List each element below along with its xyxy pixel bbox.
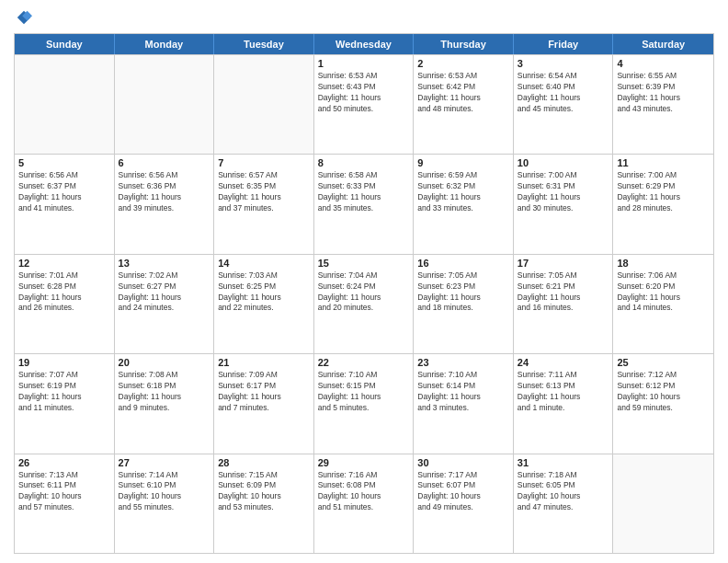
day-number: 4	[617, 58, 710, 69]
cell-text: Sunrise: 6:59 AM Sunset: 6:32 PM Dayligh…	[417, 170, 509, 214]
cal-cell-4-4: 22Sunrise: 7:10 AM Sunset: 6:15 PM Dayli…	[314, 354, 415, 453]
cal-cell-2-2: 6Sunrise: 6:56 AM Sunset: 6:36 PM Daylig…	[115, 155, 215, 253]
cal-cell-4-7: 25Sunrise: 7:12 AM Sunset: 6:12 PM Dayli…	[613, 354, 713, 453]
weekday-header-sunday: Sunday	[15, 34, 115, 54]
day-number: 22	[318, 357, 410, 368]
cal-cell-1-6: 3Sunrise: 6:54 AM Sunset: 6:40 PM Daylig…	[514, 55, 614, 154]
day-number: 23	[417, 357, 509, 368]
cell-text: Sunrise: 7:10 AM Sunset: 6:14 PM Dayligh…	[417, 370, 509, 414]
cell-text: Sunrise: 7:00 AM Sunset: 6:29 PM Dayligh…	[617, 170, 710, 214]
day-number: 24	[518, 357, 609, 368]
day-number: 6	[119, 157, 210, 168]
cell-text: Sunrise: 7:04 AM Sunset: 6:24 PM Dayligh…	[318, 270, 410, 315]
cal-cell-4-6: 24Sunrise: 7:11 AM Sunset: 6:13 PM Dayli…	[514, 354, 614, 453]
cell-text: Sunrise: 7:12 AM Sunset: 6:12 PM Dayligh…	[617, 370, 710, 414]
weekday-header-tuesday: Tuesday	[214, 34, 314, 54]
cal-cell-3-6: 17Sunrise: 7:05 AM Sunset: 6:21 PM Dayli…	[514, 255, 614, 353]
cal-cell-5-1: 26Sunrise: 7:13 AM Sunset: 6:11 PM Dayli…	[15, 454, 115, 553]
cell-text: Sunrise: 7:06 AM Sunset: 6:20 PM Dayligh…	[617, 270, 710, 315]
cell-text: Sunrise: 6:53 AM Sunset: 6:42 PM Dayligh…	[417, 71, 509, 115]
cal-cell-3-5: 16Sunrise: 7:05 AM Sunset: 6:23 PM Dayli…	[414, 255, 514, 353]
day-number: 26	[18, 457, 110, 468]
cal-cell-5-7	[613, 454, 713, 553]
cell-text: Sunrise: 7:09 AM Sunset: 6:17 PM Dayligh…	[218, 370, 310, 414]
cal-cell-2-6: 10Sunrise: 7:00 AM Sunset: 6:31 PM Dayli…	[514, 155, 614, 253]
day-number: 2	[417, 58, 509, 69]
day-number: 12	[18, 258, 110, 269]
cal-cell-5-4: 29Sunrise: 7:16 AM Sunset: 6:08 PM Dayli…	[314, 454, 415, 553]
cal-cell-5-5: 30Sunrise: 7:17 AM Sunset: 6:07 PM Dayli…	[414, 454, 514, 553]
logo-icon	[16, 9, 32, 26]
day-number: 14	[218, 258, 310, 269]
week-row-4: 19Sunrise: 7:07 AM Sunset: 6:19 PM Dayli…	[15, 353, 713, 453]
day-number: 30	[417, 457, 509, 468]
day-number: 28	[218, 457, 310, 468]
week-row-3: 12Sunrise: 7:01 AM Sunset: 6:28 PM Dayli…	[15, 254, 713, 353]
header	[14, 9, 714, 26]
cell-text: Sunrise: 7:05 AM Sunset: 6:21 PM Dayligh…	[518, 270, 609, 315]
cal-cell-3-3: 14Sunrise: 7:03 AM Sunset: 6:25 PM Dayli…	[214, 255, 314, 353]
cell-text: Sunrise: 7:11 AM Sunset: 6:13 PM Dayligh…	[518, 370, 609, 414]
day-number: 15	[318, 258, 410, 269]
cell-text: Sunrise: 7:10 AM Sunset: 6:15 PM Dayligh…	[318, 370, 410, 414]
calendar-body: 1Sunrise: 6:53 AM Sunset: 6:43 PM Daylig…	[15, 54, 713, 553]
weekday-header-friday: Friday	[514, 34, 614, 54]
cell-text: Sunrise: 7:00 AM Sunset: 6:31 PM Dayligh…	[518, 170, 609, 214]
cal-cell-3-1: 12Sunrise: 7:01 AM Sunset: 6:28 PM Dayli…	[15, 255, 115, 353]
cell-text: Sunrise: 6:58 AM Sunset: 6:33 PM Dayligh…	[318, 170, 410, 214]
cal-cell-3-7: 18Sunrise: 7:06 AM Sunset: 6:20 PM Dayli…	[613, 255, 713, 353]
cal-cell-1-1	[15, 55, 115, 154]
cal-cell-1-3	[214, 55, 314, 154]
day-number: 9	[417, 157, 509, 168]
week-row-1: 1Sunrise: 6:53 AM Sunset: 6:43 PM Daylig…	[15, 54, 713, 154]
cal-cell-2-1: 5Sunrise: 6:56 AM Sunset: 6:37 PM Daylig…	[15, 155, 115, 253]
weekday-header-wednesday: Wednesday	[314, 34, 415, 54]
day-number: 1	[318, 58, 410, 69]
day-number: 31	[518, 457, 609, 468]
cal-cell-1-2	[115, 55, 215, 154]
week-row-5: 26Sunrise: 7:13 AM Sunset: 6:11 PM Dayli…	[15, 454, 713, 553]
day-number: 8	[318, 157, 410, 168]
cell-text: Sunrise: 7:08 AM Sunset: 6:18 PM Dayligh…	[119, 370, 210, 414]
cell-text: Sunrise: 7:07 AM Sunset: 6:19 PM Dayligh…	[18, 370, 110, 414]
logo	[14, 9, 32, 26]
day-number: 10	[518, 157, 609, 168]
cell-text: Sunrise: 7:05 AM Sunset: 6:23 PM Dayligh…	[417, 270, 509, 315]
cell-text: Sunrise: 7:02 AM Sunset: 6:27 PM Dayligh…	[119, 270, 210, 315]
cal-cell-3-4: 15Sunrise: 7:04 AM Sunset: 6:24 PM Dayli…	[314, 255, 415, 353]
weekday-header-thursday: Thursday	[414, 34, 514, 54]
weekday-header-saturday: Saturday	[613, 34, 713, 54]
page: SundayMondayTuesdayWednesdayThursdayFrid…	[0, 0, 728, 563]
cal-cell-4-1: 19Sunrise: 7:07 AM Sunset: 6:19 PM Dayli…	[15, 354, 115, 453]
cal-cell-5-6: 31Sunrise: 7:18 AM Sunset: 6:05 PM Dayli…	[514, 454, 614, 553]
day-number: 27	[119, 457, 210, 468]
cell-text: Sunrise: 7:01 AM Sunset: 6:28 PM Dayligh…	[18, 270, 110, 315]
week-row-2: 5Sunrise: 6:56 AM Sunset: 6:37 PM Daylig…	[15, 154, 713, 253]
calendar: SundayMondayTuesdayWednesdayThursdayFrid…	[14, 33, 714, 554]
cal-cell-1-5: 2Sunrise: 6:53 AM Sunset: 6:42 PM Daylig…	[414, 55, 514, 154]
day-number: 11	[617, 157, 710, 168]
day-number: 21	[218, 357, 310, 368]
cal-cell-5-3: 28Sunrise: 7:15 AM Sunset: 6:09 PM Dayli…	[214, 454, 314, 553]
cell-text: Sunrise: 7:17 AM Sunset: 6:07 PM Dayligh…	[417, 470, 509, 514]
cal-cell-4-2: 20Sunrise: 7:08 AM Sunset: 6:18 PM Dayli…	[115, 354, 215, 453]
cal-cell-2-5: 9Sunrise: 6:59 AM Sunset: 6:32 PM Daylig…	[414, 155, 514, 253]
day-number: 19	[18, 357, 110, 368]
day-number: 20	[119, 357, 210, 368]
cell-text: Sunrise: 6:55 AM Sunset: 6:39 PM Dayligh…	[617, 71, 710, 115]
cal-cell-4-5: 23Sunrise: 7:10 AM Sunset: 6:14 PM Dayli…	[414, 354, 514, 453]
day-number: 5	[18, 157, 110, 168]
cell-text: Sunrise: 6:54 AM Sunset: 6:40 PM Dayligh…	[518, 71, 609, 115]
day-number: 7	[218, 157, 310, 168]
calendar-header: SundayMondayTuesdayWednesdayThursdayFrid…	[15, 34, 713, 54]
cal-cell-4-3: 21Sunrise: 7:09 AM Sunset: 6:17 PM Dayli…	[214, 354, 314, 453]
cal-cell-5-2: 27Sunrise: 7:14 AM Sunset: 6:10 PM Dayli…	[115, 454, 215, 553]
cal-cell-1-7: 4Sunrise: 6:55 AM Sunset: 6:39 PM Daylig…	[613, 55, 713, 154]
day-number: 3	[518, 58, 609, 69]
cell-text: Sunrise: 7:18 AM Sunset: 6:05 PM Dayligh…	[518, 470, 609, 514]
day-number: 29	[318, 457, 410, 468]
cell-text: Sunrise: 6:57 AM Sunset: 6:35 PM Dayligh…	[218, 170, 310, 214]
cell-text: Sunrise: 7:13 AM Sunset: 6:11 PM Dayligh…	[18, 470, 110, 514]
cal-cell-2-3: 7Sunrise: 6:57 AM Sunset: 6:35 PM Daylig…	[214, 155, 314, 253]
cell-text: Sunrise: 6:56 AM Sunset: 6:36 PM Dayligh…	[119, 170, 210, 214]
